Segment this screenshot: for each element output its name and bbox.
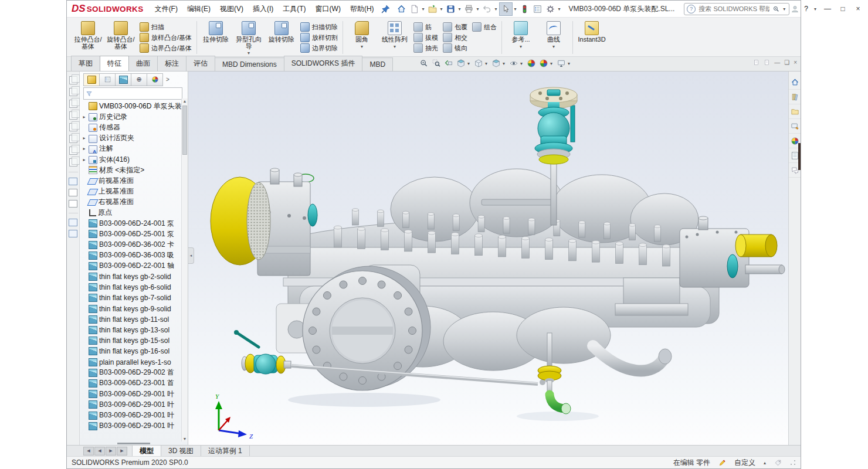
tree-item-13[interactable]: B03-009-06D-36-003 吸 [80, 250, 182, 261]
view-palette-button[interactable] [789, 119, 801, 134]
expand-arrow[interactable]: ▸ [82, 114, 87, 120]
design-library-button[interactable] [789, 90, 801, 104]
save-button[interactable] [445, 3, 457, 15]
edit-tool-icon[interactable] [69, 189, 77, 196]
tree-item-27[interactable]: B03-009-06D-29-001 叶 [80, 399, 182, 410]
last-sheet-button[interactable]: ▶ [117, 447, 127, 456]
tree-item-20[interactable]: thin flat keys gb-13-sol [80, 325, 182, 335]
curves-button[interactable]: 曲线▾ [538, 19, 569, 49]
intersect-button[interactable]: 相交 [441, 32, 469, 43]
view-cube-icon[interactable] [69, 111, 77, 120]
hide-show-items-button[interactable]: ▾ [508, 58, 524, 69]
loft-cut-button[interactable]: 放样切割 [299, 32, 340, 43]
edit-appearance-button[interactable] [526, 58, 537, 69]
tree-item-24[interactable]: B03-009-06D-29-002 首 [80, 368, 182, 378]
revolve-boss-button[interactable]: 旋转凸台/基体 [105, 19, 137, 50]
help-menu-button[interactable]: ? [804, 5, 808, 13]
section-view-button[interactable]: ▾ [456, 58, 472, 69]
minimize-button[interactable]: — [822, 5, 833, 13]
tree-item-3[interactable]: ▸注解 [80, 144, 182, 154]
zoom-to-fit-button[interactable] [419, 58, 429, 69]
layered-paste-icon[interactable] [69, 230, 77, 237]
boundary-cut-button[interactable]: 边界切除 [299, 43, 340, 53]
display-report-button[interactable] [531, 3, 544, 15]
panel-splitter-handle[interactable]: ◂ [188, 247, 194, 264]
sheet-tab-1[interactable]: 3D 视图 [161, 446, 201, 456]
layered-copy-icon[interactable] [69, 219, 77, 226]
close-button[interactable]: × [853, 5, 863, 13]
menu-item-3[interactable]: 插入(I) [249, 2, 277, 16]
new-dropdown-caret[interactable]: ▾ [421, 6, 426, 12]
expand-arrow[interactable]: ▸ [82, 157, 87, 162]
tree-item-10[interactable]: B03-009-06D-24-001 泵 [80, 218, 182, 229]
scroll-up-arrow[interactable]: ▲ [182, 99, 188, 103]
sweep-cut-button[interactable]: 扫描切除 [299, 22, 340, 32]
tree-item-23[interactable]: plain parallel keys-1-so [80, 357, 182, 368]
menu-item-5[interactable]: 窗口(W) [311, 2, 345, 16]
reference-geometry-button[interactable]: 参考...▾ [505, 19, 537, 49]
tab-6[interactable]: SOLIDWORKS 插件 [284, 56, 363, 71]
tree-item-17[interactable]: thin flat keys gb-7-solid [80, 293, 182, 303]
tree-item-21[interactable]: thin flat keys gb-15-sol [80, 335, 182, 346]
dropdown-caret[interactable]: ▾ [552, 45, 555, 49]
tree-item-19[interactable]: thin flat keys gb-11-sol [80, 314, 182, 325]
view-cube-icon[interactable] [69, 158, 77, 166]
pin-menu-icon[interactable] [379, 3, 392, 15]
boundary-boss-button[interactable]: 边界凸台/基体 [138, 43, 194, 53]
graphics-viewport[interactable]: Y Z ◂ [188, 72, 788, 445]
rebuild-button[interactable] [518, 3, 531, 15]
expand-arrow[interactable]: ▸ [82, 146, 87, 151]
zoom-to-area-button[interactable] [431, 58, 442, 69]
rib-button[interactable]: 筋 [412, 22, 440, 32]
tree-scrollbar[interactable]: ▲ ▼ [181, 98, 188, 441]
extrude-boss-button[interactable]: 拉伸凸台/基体 [72, 19, 104, 50]
tree-item-1[interactable]: 传感器 [80, 122, 182, 132]
doc-restore-button[interactable]: ❏ [784, 59, 789, 66]
view-cube-icon[interactable] [69, 76, 77, 84]
tab-dimxpert-manager[interactable]: ⊕ [131, 73, 147, 86]
instant3d-button[interactable]: Instant3D [576, 19, 608, 43]
sweep-button[interactable]: 扫描 [138, 22, 194, 32]
task-pane-home-button[interactable] [789, 75, 801, 90]
mirror-button[interactable]: 镜向 [441, 43, 469, 53]
print-button[interactable] [463, 3, 475, 15]
wrap-button[interactable]: 包覆 [441, 22, 469, 32]
tree-item-22[interactable]: thin flat keys gb-16-sol [80, 346, 182, 356]
tree-item-7[interactable]: 上视基准面 [80, 186, 182, 197]
tree-item-0[interactable]: ▸历史记录 [80, 111, 182, 122]
more-tabs-chevron[interactable]: > [166, 76, 169, 83]
linear-pattern-button[interactable]: 线性阵列▾ [379, 19, 411, 49]
pump-assembly-model[interactable]: Y Z [188, 72, 788, 445]
file-explorer-button[interactable] [789, 104, 801, 119]
tab-7[interactable]: MBD [362, 57, 393, 71]
resize-grip[interactable] [790, 460, 796, 465]
maximize-button[interactable]: □ [838, 5, 848, 13]
tab-configuration-manager[interactable] [115, 73, 131, 86]
custom-dropdown-caret[interactable]: ▴ [764, 460, 766, 465]
next-window-icon[interactable] [764, 59, 770, 66]
help-search-box[interactable]: ? ▾ [684, 3, 789, 15]
tree-item-8[interactable]: 右视基准面 [80, 197, 182, 208]
extrude-cut-button[interactable]: 拉伸切除 [200, 19, 232, 43]
view-cube-icon[interactable] [69, 123, 77, 131]
dropdown-caret[interactable]: ▾ [394, 45, 396, 49]
tree-item-6[interactable]: 前视基准面 [80, 175, 182, 186]
tree-item-14[interactable]: B03-009-06D-22-001 轴 [80, 261, 182, 271]
search-icon[interactable] [772, 5, 780, 13]
search-dropdown-caret[interactable]: ▾ [782, 6, 786, 12]
fillet-button[interactable]: 圆角▾ [346, 19, 378, 49]
menu-item-6[interactable]: 帮助(H) [346, 2, 378, 16]
home-button[interactable] [395, 3, 408, 15]
hole-wizard-button[interactable]: 异型孔向导▾ [233, 19, 265, 55]
new-document-button[interactable] [408, 3, 421, 15]
tab-1[interactable]: 特征 [100, 56, 129, 71]
first-sheet-button[interactable]: ◀ [83, 447, 94, 456]
options-button[interactable] [544, 3, 557, 15]
dropdown-caret[interactable]: ▾ [361, 45, 363, 49]
options-dropdown-caret[interactable]: ▾ [557, 6, 562, 12]
shell-button[interactable]: 抽壳 [412, 43, 440, 53]
menu-item-2[interactable]: 视图(V) [216, 2, 247, 16]
view-cube-icon[interactable] [69, 88, 77, 96]
tab-feature-tree[interactable] [83, 73, 100, 86]
apply-scene-button[interactable]: ▾ [538, 58, 554, 69]
